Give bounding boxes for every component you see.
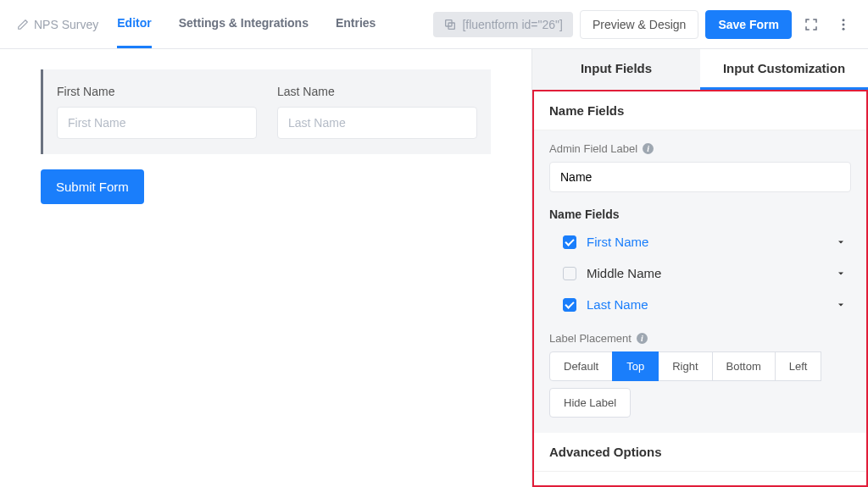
more-vertical-icon [836, 17, 851, 32]
field-label-last-name: Last Name [587, 297, 836, 312]
caret-down-icon[interactable] [836, 268, 846, 279]
admin-field-label-label: Admin Field Label i [549, 142, 851, 155]
field-row-first-name[interactable]: First Name [549, 226, 851, 257]
placement-top[interactable]: Top [612, 351, 659, 381]
save-form-button[interactable]: Save Form [705, 10, 792, 39]
section-name-fields-header[interactable]: Name Fields [534, 91, 866, 130]
svg-point-2 [843, 19, 845, 21]
section-advanced-options-header[interactable]: Advanced Options [534, 433, 866, 472]
submit-button[interactable]: Submit Form [41, 169, 144, 204]
name-field-block[interactable]: First Name Last Name [41, 69, 491, 154]
field-label-middle-name: Middle Name [587, 266, 836, 280]
sidebar: Input Fields Input Customization Name Fi… [531, 49, 868, 487]
placement-default[interactable]: Default [549, 351, 613, 381]
caret-down-icon[interactable] [836, 237, 846, 247]
fullscreen-button[interactable] [798, 12, 824, 37]
svg-point-3 [843, 23, 845, 25]
first-name-input[interactable] [57, 107, 257, 139]
shortcode-pill[interactable]: [fluentform id="26"] [433, 12, 573, 37]
shortcode-text: [fluentform id="26"] [462, 18, 563, 31]
name-fields-subhead: Name Fields [549, 208, 851, 221]
top-bar: NPS Survey Editor Settings & Integration… [0, 0, 868, 49]
tab-input-customization[interactable]: Input Customization [700, 49, 868, 90]
svg-point-4 [843, 27, 845, 30]
placement-left[interactable]: Left [775, 351, 822, 381]
first-name-label: First Name [57, 85, 257, 98]
fullscreen-icon [804, 17, 819, 32]
checkbox-middle-name[interactable] [563, 267, 576, 280]
nav-editor[interactable]: Editor [117, 0, 151, 48]
last-name-input[interactable] [277, 107, 477, 139]
more-button[interactable] [831, 12, 856, 37]
info-icon[interactable]: i [643, 143, 654, 154]
section-body: Admin Field Label i Name Fields First Na… [534, 130, 866, 433]
section-title: Name Fields [549, 103, 624, 118]
info-icon[interactable]: i [637, 333, 648, 344]
nav-entries[interactable]: Entries [336, 0, 376, 48]
placement-hide-label[interactable]: Hide Label [549, 388, 631, 418]
label-placement-group: Default Top Right Bottom Left Hide Label [549, 351, 851, 418]
main-nav: Editor Settings & Integrations Entries [117, 0, 376, 48]
tab-input-fields[interactable]: Input Fields [532, 49, 700, 90]
placement-right[interactable]: Right [658, 351, 712, 381]
form-title[interactable]: NPS Survey [17, 18, 98, 31]
checkbox-last-name[interactable] [563, 298, 576, 312]
pencil-icon [17, 19, 29, 30]
admin-field-label-input[interactable] [549, 162, 851, 192]
caret-down-icon[interactable] [836, 300, 846, 310]
last-name-label: Last Name [277, 85, 477, 98]
placement-bottom[interactable]: Bottom [712, 351, 776, 381]
field-row-middle-name[interactable]: Middle Name [549, 257, 851, 289]
field-label-first-name: First Name [587, 235, 836, 249]
checkbox-first-name[interactable] [563, 235, 576, 249]
copy-icon [443, 18, 457, 31]
label-placement-label: Label Placement i [549, 332, 851, 345]
preview-button[interactable]: Preview & Design [580, 10, 699, 39]
nav-settings[interactable]: Settings & Integrations [179, 0, 309, 48]
advanced-options-title: Advanced Options [549, 445, 662, 459]
form-canvas: First Name Last Name Submit Form [0, 49, 531, 487]
form-title-text: NPS Survey [34, 18, 98, 31]
field-row-last-name[interactable]: Last Name [549, 289, 851, 320]
